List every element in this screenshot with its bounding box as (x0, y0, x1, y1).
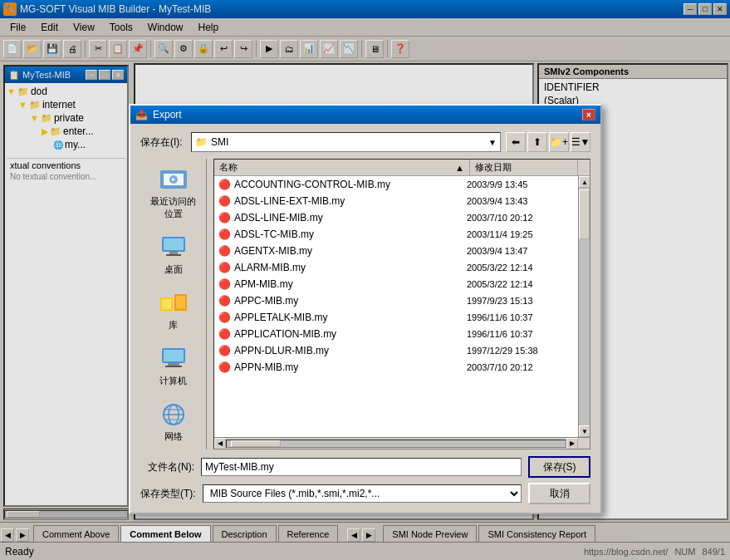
svg-rect-12 (164, 350, 184, 361)
shortcut-desktop[interactable]: 桌面 (144, 230, 203, 279)
file-row-4[interactable]: 🔴 AGENTX-MIB.my 2003/9/4 13:47 (214, 243, 578, 259)
file-date-5: 2005/3/22 12:14 (467, 263, 575, 273)
file-date-7: 1997/9/23 15:13 (467, 296, 575, 306)
filetype-select[interactable]: MIB Source Files (*.mib,*.smi,*.mi2,*... (203, 484, 522, 503)
dialog-title-left: 📤 Export (135, 109, 182, 120)
dialog-content: 最近访问的位置 桌面 (140, 159, 590, 449)
nav-up-button[interactable]: ⬆ (527, 132, 547, 152)
folder-path-content: 📁 SMI (195, 136, 228, 148)
file-icon-2: 🔴 (218, 211, 231, 224)
file-row-5[interactable]: 🔴 ALARM-MIB.my 2005/3/22 12:14 (214, 259, 578, 276)
dialog-body: 保存在(I): 📁 SMI ▼ ⬅ ⬆ 📁+ ☰▼ (130, 124, 600, 513)
computer-label: 计算机 (159, 375, 187, 387)
file-row-8[interactable]: 🔴 APPLETALK-MIB.my 1996/11/6 10:37 (214, 309, 578, 326)
file-name-10: APPN-DLUR-MIB.my (234, 345, 467, 356)
vscroll-down-btn[interactable]: ▼ (579, 425, 590, 437)
hscroll-track[interactable] (226, 440, 566, 448)
nav-menu-button[interactable]: ☰▼ (571, 132, 590, 152)
file-date-1: 2003/9/4 13:43 (467, 196, 575, 206)
file-icon-1: 🔴 (218, 194, 231, 208)
folder-icon-combo: 📁 (195, 136, 208, 148)
shortcut-library[interactable]: 库 (144, 286, 203, 335)
sort-arrow-icon: ▲ (455, 163, 464, 173)
shortcut-network[interactable]: 网络 (144, 397, 203, 446)
save-button[interactable]: 保存(S) (528, 456, 590, 478)
file-date-2: 2003/7/10 20:12 (467, 213, 575, 223)
file-icon-7: 🔴 (218, 294, 231, 307)
nav-back-button[interactable]: ⬅ (506, 132, 526, 152)
file-name-5: ALARM-MIB.my (234, 262, 467, 273)
vscroll-up-btn[interactable]: ▲ (579, 176, 590, 188)
dialog-nav-buttons: ⬅ ⬆ 📁+ ☰▼ (506, 132, 590, 152)
filename-input[interactable] (201, 458, 522, 476)
file-date-9: 1996/11/6 10:37 (467, 329, 575, 339)
network-label: 网络 (164, 430, 183, 443)
shortcut-computer[interactable]: 计算机 (144, 341, 203, 391)
col-name-header[interactable]: 名称 ▲ (214, 160, 470, 175)
shortcuts-panel: 最近访问的位置 桌面 (140, 159, 207, 449)
scrollbar-header-space (578, 160, 590, 175)
filename-label: 文件名(N): (140, 460, 194, 474)
file-icon-0: 🔴 (218, 178, 231, 191)
desktop-label: 桌面 (164, 263, 183, 276)
file-row-0[interactable]: 🔴 ACCOUNTING-CONTROL-MIB.my 2003/9/9 13:… (214, 176, 578, 193)
vscroll-track[interactable] (579, 188, 590, 425)
svg-rect-10 (176, 296, 185, 309)
file-list-header: 名称 ▲ 修改日期 (214, 160, 590, 176)
file-icon-3: 🔴 (218, 228, 231, 241)
col-date-header[interactable]: 修改日期 (470, 160, 578, 175)
desktop-icon (157, 233, 190, 262)
file-date-11: 2003/7/10 20:12 (467, 362, 575, 372)
file-name-0: ACCOUNTING-CONTROL-MIB.my (234, 179, 467, 190)
hscroll-thumb[interactable] (231, 440, 281, 447)
dialog-title-label: Export (153, 109, 182, 120)
hscroll-right-btn[interactable]: ▶ (566, 438, 578, 449)
vscroll-thumb[interactable] (579, 189, 590, 239)
svg-rect-5 (169, 252, 178, 254)
folder-name: SMI (211, 136, 228, 148)
cancel-button[interactable]: 取消 (528, 483, 590, 504)
file-row-1[interactable]: 🔴 ADSL-LINE-EXT-MIB.my 2003/9/4 13:43 (214, 193, 578, 209)
recent-icon (157, 165, 190, 194)
library-icon (157, 289, 190, 317)
file-row-6[interactable]: 🔴 APM-MIB.my 2005/3/22 12:14 (214, 276, 578, 292)
combo-arrow-icon: ▼ (488, 138, 497, 147)
file-row-11[interactable]: 🔴 APPN-MIB.my 2003/7/10 20:12 (214, 359, 578, 376)
file-date-3: 2003/11/4 19:25 (467, 229, 575, 239)
filetype-row: 保存类型(T): MIB Source Files (*.mib,*.smi,*… (140, 483, 590, 504)
file-name-1: ADSL-LINE-EXT-MIB.my (234, 195, 467, 207)
col-name-label: 名称 (219, 161, 238, 174)
nav-new-folder-button[interactable]: 📁+ (549, 132, 569, 152)
file-list-with-scroll: 🔴 ACCOUNTING-CONTROL-MIB.my 2003/9/9 13:… (214, 176, 590, 437)
file-icon-8: 🔴 (218, 311, 231, 324)
dialog-close-button[interactable]: × (582, 109, 595, 120)
file-list-vscrollbar[interactable]: ▲ ▼ (578, 176, 590, 437)
file-row-9[interactable]: 🔴 APPLICATION-MIB.my 1996/11/6 10:37 (214, 326, 578, 342)
folder-path-combo[interactable]: 📁 SMI ▼ (191, 132, 501, 152)
file-name-7: APPC-MIB.my (234, 295, 467, 307)
dialog-icon: 📤 (135, 109, 148, 120)
file-name-6: APM-MIB.my (234, 278, 467, 290)
dialog-bottom: 文件名(N): 保存(S) 保存类型(T): MIB Source Files … (140, 456, 590, 504)
file-row-7[interactable]: 🔴 APPC-MIB.my 1997/9/23 15:13 (214, 292, 578, 309)
svg-rect-9 (162, 299, 171, 309)
network-icon (157, 400, 190, 429)
file-name-2: ADSL-LINE-MIB.my (234, 212, 467, 224)
shortcut-recent[interactable]: 最近访问的位置 (144, 162, 203, 224)
file-row-2[interactable]: 🔴 ADSL-LINE-MIB.my 2003/7/10 20:12 (214, 209, 578, 226)
dialog-titlebar: 📤 Export × (130, 106, 600, 124)
file-date-10: 1997/12/29 15:38 (467, 346, 575, 356)
file-row-10[interactable]: 🔴 APPN-DLUR-MIB.my 1997/12/29 15:38 (214, 342, 578, 359)
filetype-label: 保存类型(T): (140, 487, 196, 501)
filename-row: 文件名(N): 保存(S) (140, 456, 590, 478)
file-icon-5: 🔴 (218, 261, 231, 274)
file-row-3[interactable]: 🔴 ADSL-TC-MIB.my 2003/11/4 19:25 (214, 226, 578, 243)
hscroll-left-btn[interactable]: ◀ (214, 438, 226, 449)
file-icon-10: 🔴 (218, 344, 231, 357)
file-date-4: 2003/9/4 13:47 (467, 246, 575, 256)
dialog-toolbar: 保存在(I): 📁 SMI ▼ ⬅ ⬆ 📁+ ☰▼ (140, 132, 590, 152)
file-list-panel: 名称 ▲ 修改日期 🔴 ACCOUNTING-CONTROL-MIB.my (213, 159, 590, 449)
file-name-4: AGENTX-MIB.my (234, 245, 467, 257)
export-dialog: 📤 Export × 保存在(I): 📁 SMI ▼ ⬅ ⬆ (129, 104, 602, 514)
file-list-hscrollbar[interactable]: ◀ ▶ (214, 437, 590, 449)
